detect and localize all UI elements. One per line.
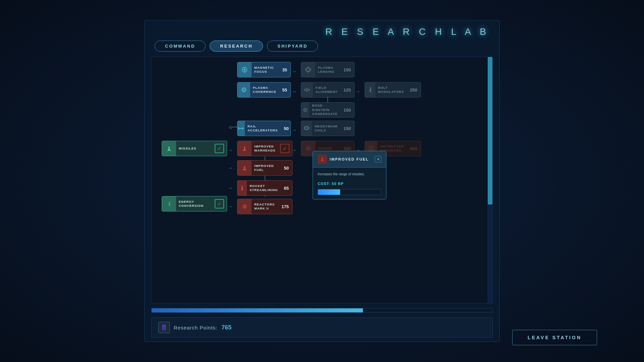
- tech-tree-area: MAGNETICFOCUS 35 → PLASMALENSING 150: [151, 57, 493, 303]
- tech-tree: MAGNETICFOCUS 35 → PLASMALENSING 150: [152, 57, 488, 303]
- tab-research[interactable]: RESEARCH: [210, 41, 263, 52]
- svg-marker-39: [168, 201, 170, 206]
- leave-station-button[interactable]: LEAVE STATION: [512, 330, 597, 345]
- svg-marker-33: [244, 165, 246, 168]
- node-rocket-streamlining-icon: [237, 181, 247, 195]
- node-energy-conversion-label: ENERGYCONVERSION: [176, 198, 215, 209]
- node-rail-accelerators-cost: 50: [280, 126, 292, 131]
- node-plasma-lensing-icon: [301, 62, 315, 77]
- svg-marker-37: [241, 185, 243, 188]
- node-missiles[interactable]: MISSILES ✓: [162, 141, 227, 156]
- node-magnetic-focus-cost: 35: [279, 67, 290, 72]
- tooltip-improved-fuel-icon: [318, 155, 327, 164]
- node-improved-warheads-label: IMPROVEDWARHEADS: [252, 143, 280, 154]
- svg-marker-12: [369, 87, 371, 93]
- arrow-9: →: [228, 185, 233, 191]
- node-reactors-mark-ii-label: REACTORSMARK II: [252, 201, 278, 212]
- main-panel: R E S E A R C H L A B COMMAND RESEARCH S…: [144, 20, 500, 342]
- svg-marker-44: [321, 160, 322, 161]
- node-energy-conversion[interactable]: ENERGYCONVERSION ✓: [162, 196, 227, 212]
- node-magnetic-focus[interactable]: MAGNETICFOCUS 35: [237, 62, 291, 77]
- node-rocket-streamlining-cost: 65: [281, 186, 292, 191]
- node-bose-einstein[interactable]: BOSE-EINSTEINCONDENSATE 150: [301, 102, 355, 118]
- overall-progress-area: [151, 305, 493, 315]
- svg-marker-26: [243, 149, 244, 151]
- svg-marker-27: [245, 149, 247, 151]
- svg-marker-24: [244, 146, 246, 149]
- node-field-alignment-icon: [301, 82, 313, 97]
- tooltip-improved-fuel: IMPROVED FUEL ✕ Increases the range of m…: [313, 151, 386, 199]
- svg-rect-38: [241, 188, 243, 190]
- node-rail-accelerators-icon: [237, 121, 245, 136]
- node-field-alignment[interactable]: FIELDALIGNMENT 125: [301, 82, 355, 98]
- node-rocket-streamlining[interactable]: ROCKETSTREAMLINING 65: [237, 180, 292, 196]
- arrow-2: →: [292, 89, 297, 94]
- arrow-rail: →: [228, 126, 233, 131]
- research-points-label: Research Points:: [174, 325, 217, 330]
- tab-command[interactable]: COMMAND: [155, 41, 206, 52]
- arrow-1: →: [292, 69, 297, 74]
- node-magnetic-focus-icon: [237, 62, 252, 77]
- node-bolt-modulators[interactable]: BOLTMODULATORS 250: [365, 82, 421, 98]
- node-bose-einstein-label: BOSE-EINSTEINCONDENSATE: [309, 102, 340, 117]
- tab-shipyard[interactable]: SHIPYARD: [267, 41, 318, 52]
- node-fusion-cost: 200: [340, 146, 354, 151]
- research-points-bar: Research Points: 765: [151, 317, 493, 338]
- node-improved-warheads-check: ✓: [280, 144, 289, 153]
- arrow-6: →: [292, 147, 297, 153]
- arrow-8: →: [228, 165, 233, 171]
- svg-point-47: [163, 326, 165, 327]
- node-rail-accelerators-label: RAILACCELERATORS: [245, 123, 280, 134]
- node-reactors-mark-ii[interactable]: REACTORSMARK II 175: [237, 199, 292, 214]
- arrow-3: →: [356, 89, 360, 94]
- arrow-4: →: [292, 127, 297, 133]
- node-reactors-mark-ii-icon: [237, 199, 252, 214]
- node-neodymium-coils[interactable]: NEODYMIUMCOILS 150: [301, 121, 355, 136]
- svg-marker-36: [245, 169, 247, 171]
- scrollbar-thumb[interactable]: [488, 57, 492, 204]
- node-bose-einstein-icon: [301, 103, 309, 117]
- node-field-alignment-cost: 125: [340, 87, 354, 93]
- node-neodymium-coils-cost: 150: [340, 126, 354, 131]
- outer-background: R E S E A R C H L A B COMMAND RESEARCH S…: [0, 0, 644, 362]
- tooltip-cost: COST: 50 RP: [318, 182, 381, 186]
- svg-rect-21: [168, 149, 170, 151]
- tooltip-header-left: IMPROVED FUEL: [318, 155, 369, 164]
- node-improved-warheads-icon: [237, 141, 252, 156]
- node-reactors-mark-ii-cost: 175: [278, 204, 292, 209]
- node-plasma-coherence-cost: 55: [279, 87, 290, 93]
- overall-progress-bar: [151, 308, 493, 313]
- node-improved-fuel[interactable]: IMPROVEDFUEL 50: [237, 160, 292, 176]
- tooltip-description: Increases the range of missiles.: [318, 172, 381, 177]
- node-plasma-lensing-cost: 150: [340, 67, 354, 72]
- svg-marker-20: [168, 146, 170, 149]
- node-neodymium-coils-label: NEODYMIUMCOILS: [312, 123, 340, 134]
- tab-bar: COMMAND RESEARCH SHIPYARD: [145, 41, 499, 57]
- tooltip-header: IMPROVED FUEL ✕: [313, 151, 386, 168]
- node-plasma-coherence-icon: [237, 82, 250, 97]
- tooltip-close-button[interactable]: ✕: [375, 156, 381, 163]
- node-magnetic-focus-label: MAGNETICFOCUS: [252, 64, 279, 75]
- node-antimatter-cost: 600: [407, 146, 421, 151]
- svg-marker-22: [167, 149, 168, 151]
- node-improved-fuel-cost: 50: [281, 166, 292, 171]
- overall-progress-fill: [152, 308, 363, 312]
- panel-title: R E S E A R C H L A B: [145, 20, 499, 41]
- node-neodymium-coils-icon: [301, 121, 312, 136]
- node-rocket-streamlining-label: ROCKETSTREAMLINING: [247, 183, 280, 194]
- tooltip-title: IMPROVED FUEL: [330, 157, 369, 161]
- scrollbar-track[interactable]: [488, 57, 492, 303]
- svg-point-4: [306, 68, 311, 71]
- tooltip-progress-bar-fill: [318, 189, 340, 195]
- node-rail-accelerators[interactable]: RAILACCELERATORS 50: [237, 121, 291, 136]
- research-points-icon: [158, 322, 170, 333]
- node-plasma-lensing[interactable]: PLASMALENSING 150: [301, 62, 355, 77]
- node-bolt-modulators-cost: 250: [407, 87, 421, 93]
- node-energy-conversion-icon: [162, 196, 176, 211]
- node-missiles-label: MISSILES: [176, 145, 215, 152]
- node-improved-warheads[interactable]: IMPROVEDWARHEADS ✓: [237, 141, 292, 156]
- svg-rect-43: [322, 160, 323, 161]
- node-plasma-coherence[interactable]: PLASMACOHERENCE 55: [237, 82, 291, 98]
- tooltip-progress-bar-outer: [318, 189, 381, 195]
- node-energy-conversion-check: ✓: [215, 199, 224, 208]
